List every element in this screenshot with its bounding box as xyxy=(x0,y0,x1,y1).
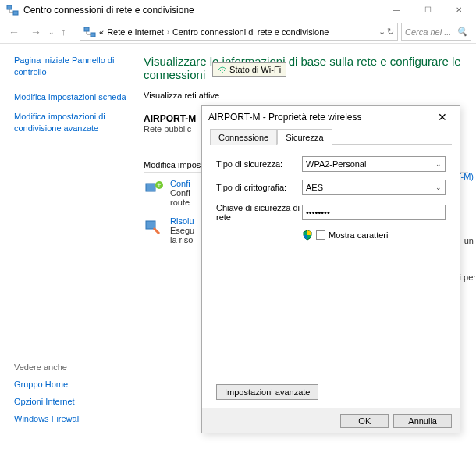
sidebar-item-advanced-sharing[interactable]: Modifica impostazioni di condivisione av… xyxy=(14,111,133,134)
breadcrumb-item[interactable]: Centro connessioni di rete e condivision… xyxy=(172,27,329,37)
dialog-title: AIRPORT-M - Proprietà rete wireless xyxy=(208,112,432,123)
svg-rect-0 xyxy=(7,5,12,9)
wifi-state-tooltip: Stato di Wi-Fi xyxy=(212,62,286,77)
sidebar-item-internet-options[interactable]: Opzioni Internet xyxy=(14,397,81,406)
sidebar-see-also-heading: Vedere anche xyxy=(14,362,81,372)
sidebar-item-adapter-settings[interactable]: Modifica impostazioni scheda xyxy=(14,92,133,102)
network-sharing-icon xyxy=(6,4,19,16)
network-key-field[interactable]: •••••••• xyxy=(302,205,446,220)
sidebar-item-homegroup[interactable]: Gruppo Home xyxy=(14,380,81,389)
svg-rect-1 xyxy=(13,11,18,15)
svg-point-4 xyxy=(222,72,223,73)
show-characters-label[interactable]: Mostra caratteri xyxy=(329,230,388,240)
breadcrumb-prefix: « xyxy=(99,27,104,37)
svg-rect-5 xyxy=(146,184,155,191)
cancel-button[interactable]: Annulla xyxy=(393,414,452,428)
maximize-button[interactable]: ☐ xyxy=(412,0,443,20)
new-connection-desc: Confi route xyxy=(170,188,190,207)
new-connection-icon: + xyxy=(144,179,165,201)
svg-rect-2 xyxy=(84,27,89,31)
svg-rect-9 xyxy=(153,227,160,234)
sidebar: Pagina iniziale Pannello di controllo Mo… xyxy=(0,44,140,453)
svg-rect-3 xyxy=(91,33,95,37)
minimize-button[interactable]: — xyxy=(381,0,412,20)
troubleshoot-desc: Esegu la riso xyxy=(170,226,194,244)
active-networks-heading: Visualizza reti attive xyxy=(144,91,468,100)
troubleshoot-icon xyxy=(144,216,165,238)
address-dropdown-icon[interactable]: ⌄ xyxy=(378,27,385,37)
text-fragment: un xyxy=(464,236,474,245)
new-connection-link[interactable]: Confi xyxy=(170,179,190,188)
encryption-type-value: AES xyxy=(306,183,323,192)
close-button[interactable]: ✕ xyxy=(443,0,474,20)
svg-text:+: + xyxy=(157,181,161,189)
search-placeholder: Cerca nel ... xyxy=(405,27,451,37)
dialog-close-button[interactable]: ✕ xyxy=(432,109,453,125)
network-sharing-icon xyxy=(83,26,96,38)
encryption-type-select[interactable]: AES ⌄ xyxy=(302,180,446,195)
troubleshoot-link[interactable]: Risolu xyxy=(170,216,194,226)
sidebar-item-home[interactable]: Pagina iniziale Pannello di controllo xyxy=(14,55,133,78)
tab-security[interactable]: Sicurezza xyxy=(277,129,332,145)
network-key-value: •••••••• xyxy=(306,208,330,217)
breadcrumb[interactable]: « Rete e Internet › Centro connessioni d… xyxy=(80,23,398,41)
security-type-select[interactable]: WPA2-Personal ⌄ xyxy=(302,156,446,172)
search-icon: 🔍 xyxy=(456,27,467,37)
sidebar-item-firewall[interactable]: Windows Firewall xyxy=(14,414,81,423)
svg-rect-8 xyxy=(146,221,155,229)
forward-button[interactable]: → xyxy=(27,23,45,41)
back-button[interactable]: ← xyxy=(5,23,23,41)
wireless-properties-dialog: AIRPORT-M - Proprietà rete wireless ✕ Co… xyxy=(201,105,460,433)
window-titlebar: Centro connessioni di rete e condivision… xyxy=(0,0,476,20)
search-input[interactable]: Cerca nel ... 🔍 xyxy=(401,23,471,41)
chevron-down-icon: ⌄ xyxy=(435,160,442,168)
window-title: Centro connessioni di rete e condivision… xyxy=(23,5,381,16)
chevron-down-icon: ⌄ xyxy=(435,184,442,191)
uac-shield-icon xyxy=(302,230,313,241)
page-title: Visualizzare le informazioni di base sul… xyxy=(144,55,468,81)
chevron-right-icon: › xyxy=(167,28,169,36)
encryption-type-label: Tipo di crittografia: xyxy=(216,183,302,192)
dialog-titlebar: AIRPORT-M - Proprietà rete wireless ✕ xyxy=(202,106,460,128)
network-key-label: Chiave di sicurezza di rete xyxy=(216,203,302,222)
history-dropdown-icon[interactable]: ⌄ xyxy=(48,28,58,36)
advanced-settings-button[interactable]: Impostazioni avanzate xyxy=(216,384,318,400)
address-bar: ← → ⌄ ↑ « Rete e Internet › Centro conne… xyxy=(0,20,476,44)
breadcrumb-item[interactable]: Rete e Internet xyxy=(107,27,164,37)
security-type-label: Tipo di sicurezza: xyxy=(216,159,302,169)
security-type-value: WPA2-Personal xyxy=(306,159,366,169)
ok-button[interactable]: OK xyxy=(340,414,389,428)
up-button[interactable]: ↑ xyxy=(61,26,76,37)
show-characters-checkbox[interactable] xyxy=(316,230,325,240)
window-controls: — ☐ ✕ xyxy=(381,0,474,20)
tab-connection[interactable]: Connessione xyxy=(210,129,277,145)
refresh-icon[interactable]: ↻ xyxy=(387,27,394,37)
